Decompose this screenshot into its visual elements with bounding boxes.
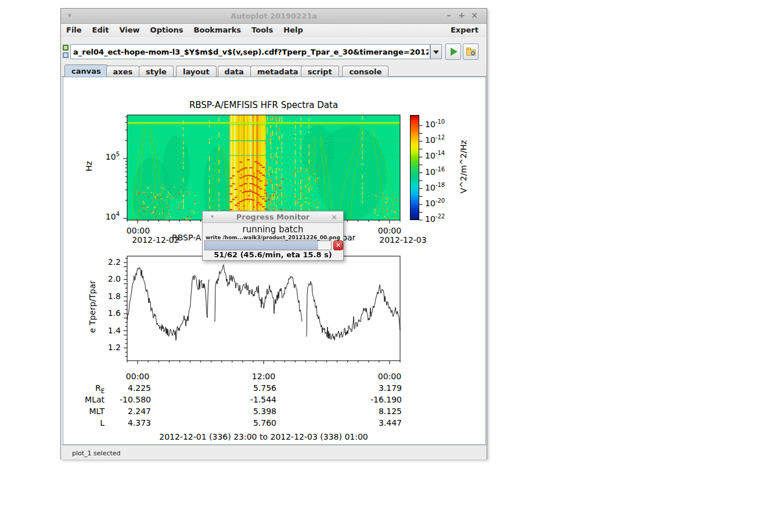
window-title: Autoplot 20190221a bbox=[61, 12, 487, 20]
colorbar-tick-0: 10-10 bbox=[425, 120, 462, 129]
progress-dialog-title: Progress Monitor bbox=[203, 213, 343, 221]
tab-canvas[interactable]: canvas bbox=[64, 64, 108, 77]
menu-bookmarks[interactable]: Bookmarks bbox=[189, 24, 247, 34]
menu-edit[interactable]: Edit bbox=[87, 24, 114, 34]
colorbar-tick-5: 10-20 bbox=[425, 199, 462, 208]
progress-bar-fill bbox=[205, 241, 318, 250]
progress-bar bbox=[204, 240, 332, 250]
context-value-2-2: 8.125 bbox=[353, 407, 402, 416]
uri-dropdown-button[interactable] bbox=[430, 44, 442, 59]
context-row-label-mlat: MLat bbox=[63, 395, 105, 404]
datasource-blue-icon[interactable] bbox=[63, 52, 69, 58]
uri-input[interactable] bbox=[70, 44, 430, 59]
spectra-xtick-end-date: 2012-12-03 bbox=[377, 235, 429, 245]
timeseries-xtick-1: 12:00 bbox=[246, 372, 281, 381]
context-value-3-0: 4.373 bbox=[102, 418, 151, 427]
menu-items: FileEditViewOptionsBookmarksToolsHelp bbox=[61, 26, 308, 34]
progress-status-label: 51/62 (45.6/min, eta 15.8 s) bbox=[203, 250, 343, 259]
maximize-button[interactable]: + bbox=[455, 10, 468, 20]
page: { "window": { "title": "Autoplot 2019022… bbox=[0, 0, 781, 532]
timeseries-ytick-4: 1.4 bbox=[86, 326, 121, 335]
tab-style[interactable]: style bbox=[139, 66, 174, 77]
tab-layout[interactable]: layout bbox=[176, 66, 217, 77]
timeseries-ytick-0: 2.2 bbox=[86, 257, 121, 267]
menu-help[interactable]: Help bbox=[278, 24, 308, 34]
tab-data[interactable]: data bbox=[218, 66, 251, 77]
spectra-plot-title: RBSP-A/EMFISIS HFR Spectra Data bbox=[127, 100, 400, 110]
tab-axes[interactable]: axes bbox=[106, 66, 140, 77]
context-value-1-1: -1.544 bbox=[228, 395, 276, 404]
context-value-0-1: 5.756 bbox=[228, 383, 276, 393]
occluded-title-fragment-right: par bbox=[342, 233, 355, 242]
spectra-xtick-end-time: 00:00 bbox=[372, 226, 407, 235]
status-text: plot_1 selected bbox=[72, 450, 121, 457]
progress-task-label: running batch bbox=[203, 224, 343, 235]
tab-script[interactable]: script bbox=[301, 66, 339, 77]
time-range-caption: 2012-12-01 (336) 23:00 to 2012-12-03 (33… bbox=[127, 432, 400, 441]
context-row-label-r: RE bbox=[63, 383, 105, 393]
spectrogram-plot[interactable] bbox=[127, 115, 400, 220]
colorbar-tick-2: 10-14 bbox=[425, 151, 462, 160]
colorbar-tick-6: 10-22 bbox=[425, 214, 462, 224]
chevron-down-icon bbox=[433, 51, 439, 54]
timeseries-ytick-1: 2.0 bbox=[86, 274, 121, 283]
menu-file[interactable]: File bbox=[61, 24, 87, 34]
datasource-green-icon[interactable] bbox=[63, 45, 69, 51]
timeseries-xtick-0: 00:00 bbox=[120, 372, 155, 381]
context-value-3-1: 5.760 bbox=[228, 418, 276, 427]
colorbar-tick-4: 10-18 bbox=[425, 183, 462, 192]
context-value-2-1: 5.398 bbox=[228, 407, 276, 416]
menu-options[interactable]: Options bbox=[145, 24, 189, 34]
colorbar-tick-1: 10-12 bbox=[425, 135, 462, 145]
timeseries-ytick-5: 1.2 bbox=[86, 343, 121, 352]
colorbar bbox=[410, 115, 419, 220]
timeseries-frame bbox=[127, 256, 400, 361]
dialog-close-icon[interactable]: × bbox=[331, 213, 337, 221]
context-value-0-0: 4.225 bbox=[102, 383, 151, 393]
timeseries-line bbox=[127, 265, 400, 340]
tab-console[interactable]: console bbox=[342, 66, 388, 77]
menu-bar: FileEditViewOptionsBookmarksToolsHelp Ex… bbox=[61, 24, 487, 37]
timeseries-ytick-3: 1.6 bbox=[86, 308, 121, 318]
go-plot-button[interactable] bbox=[445, 44, 461, 60]
context-row-label-mlt: MLT bbox=[63, 407, 105, 416]
progress-dialog-titlebar[interactable]: ▾ Progress Monitor × bbox=[203, 211, 343, 223]
play-icon bbox=[451, 48, 458, 56]
context-value-0-2: 3.179 bbox=[353, 383, 402, 393]
context-value-1-0: -10.580 bbox=[102, 395, 151, 404]
canvas-panel[interactable]: RBSP-A/EMFISIS HFR Spectra Data Hz V^2/m… bbox=[63, 77, 486, 445]
context-row-label-l: L bbox=[63, 418, 105, 427]
tab-strip: canvasaxesstylelayoutdatametadatascriptc… bbox=[61, 64, 487, 77]
colorbar-tick-3: 10-16 bbox=[425, 167, 462, 177]
context-value-3-2: 3.447 bbox=[353, 418, 402, 427]
tab-metadata[interactable]: metadata bbox=[250, 66, 305, 77]
context-value-1-2: -16.190 bbox=[353, 395, 402, 404]
status-bar: plot_1 selected bbox=[61, 445, 487, 459]
timeseries-xtick-2: 00:00 bbox=[372, 372, 407, 381]
progress-monitor-dialog: ▾ Progress Monitor × running batch write… bbox=[202, 211, 344, 261]
expert-mode-label[interactable]: Expert bbox=[451, 26, 478, 34]
app-window: ▾ Autoplot 20190221a –+× FileEditViewOpt… bbox=[60, 8, 487, 459]
close-button[interactable]: × bbox=[468, 10, 481, 20]
context-value-2-0: 2.247 bbox=[102, 407, 151, 416]
spectra-ytick-1: 104 bbox=[85, 212, 120, 221]
timeseries-ytick-2: 1.8 bbox=[86, 292, 121, 301]
menu-tools[interactable]: Tools bbox=[246, 24, 278, 34]
uri-panel bbox=[61, 37, 487, 64]
progress-detail-label: write /hom...walk3/product_20121226_00.p… bbox=[203, 235, 343, 240]
title-bar[interactable]: ▾ Autoplot 20190221a –+× bbox=[61, 9, 487, 24]
occluded-title-fragment-left: RBSP-A bbox=[172, 233, 201, 242]
spectra-ytick-0: 105 bbox=[85, 152, 120, 161]
inspect-uri-button[interactable] bbox=[463, 44, 478, 60]
magnifier-icon bbox=[471, 51, 475, 55]
stop-button[interactable]: ✕ bbox=[333, 240, 343, 250]
minimize-button[interactable]: – bbox=[442, 10, 455, 20]
menu-view[interactable]: View bbox=[114, 24, 145, 34]
spectra-xtick-start-time: 00:00 bbox=[121, 226, 156, 235]
